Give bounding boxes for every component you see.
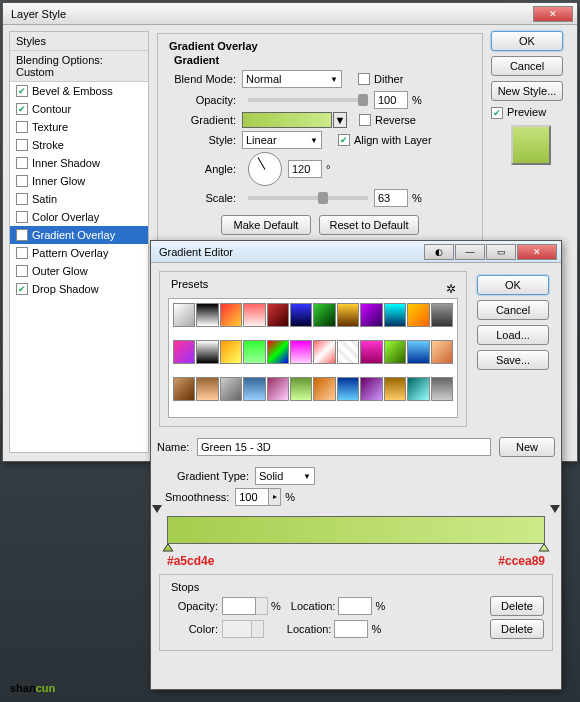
- blend-mode-select[interactable]: Normal: [242, 70, 342, 88]
- effect-checkbox[interactable]: [16, 121, 28, 133]
- ok-button[interactable]: OK: [491, 31, 563, 51]
- preset-swatch[interactable]: [337, 303, 359, 327]
- preset-swatch[interactable]: [313, 377, 335, 401]
- effect-checkbox[interactable]: [16, 85, 28, 97]
- effect-checkbox[interactable]: [16, 211, 28, 223]
- presets-menu-icon[interactable]: ✲: [446, 282, 456, 296]
- preset-swatch[interactable]: [337, 377, 359, 401]
- scale-slider[interactable]: [248, 196, 368, 200]
- help-icon[interactable]: ◐: [424, 244, 454, 260]
- preset-swatch[interactable]: [384, 303, 406, 327]
- effect-satin[interactable]: Satin: [10, 190, 148, 208]
- preset-swatch[interactable]: [220, 340, 242, 364]
- effect-texture[interactable]: Texture: [10, 118, 148, 136]
- opacity-slider[interactable]: [248, 98, 368, 102]
- effect-checkbox[interactable]: [16, 175, 28, 187]
- effect-checkbox[interactable]: [16, 283, 28, 295]
- preset-swatch[interactable]: [360, 340, 382, 364]
- preset-swatch[interactable]: [267, 303, 289, 327]
- effect-checkbox[interactable]: [16, 265, 28, 277]
- ge-ok-button[interactable]: OK: [477, 275, 549, 295]
- blending-options-header[interactable]: Blending Options: Custom: [10, 51, 148, 82]
- preset-swatch[interactable]: [431, 303, 453, 327]
- effect-checkbox[interactable]: [16, 157, 28, 169]
- ge-save-button[interactable]: Save...: [477, 350, 549, 370]
- preset-swatch[interactable]: [313, 303, 335, 327]
- effect-checkbox[interactable]: [16, 229, 28, 241]
- gradient-picker-arrow[interactable]: ▼: [333, 112, 347, 128]
- preview-checkbox[interactable]: [491, 107, 503, 119]
- styles-header[interactable]: Styles: [10, 32, 148, 51]
- gradient-type-select[interactable]: Solid: [255, 467, 315, 485]
- opacity-stop-left[interactable]: [152, 505, 162, 515]
- smoothness-input[interactable]: [235, 488, 269, 506]
- preset-swatch[interactable]: [313, 340, 335, 364]
- angle-dial[interactable]: [248, 152, 282, 186]
- ge-cancel-button[interactable]: Cancel: [477, 300, 549, 320]
- preset-swatch[interactable]: [196, 303, 218, 327]
- preset-swatch[interactable]: [243, 377, 265, 401]
- effect-checkbox[interactable]: [16, 247, 28, 259]
- preset-swatch[interactable]: [407, 303, 429, 327]
- preset-swatch[interactable]: [384, 340, 406, 364]
- scale-input[interactable]: [374, 189, 408, 207]
- smoothness-arrow[interactable]: ▸: [269, 488, 281, 506]
- preset-swatch[interactable]: [267, 377, 289, 401]
- effect-checkbox[interactable]: [16, 103, 28, 115]
- cancel-button[interactable]: Cancel: [491, 56, 563, 76]
- preset-swatch[interactable]: [243, 303, 265, 327]
- gradient-preview[interactable]: [242, 112, 332, 128]
- gradient-editor-titlebar[interactable]: Gradient Editor ◐ — ▭ ✕: [151, 241, 561, 263]
- color-stop-left[interactable]: [163, 544, 173, 554]
- minimize-icon[interactable]: —: [455, 244, 485, 260]
- effect-inner-glow[interactable]: Inner Glow: [10, 172, 148, 190]
- preset-swatch[interactable]: [220, 303, 242, 327]
- preset-swatch[interactable]: [431, 340, 453, 364]
- effect-color-overlay[interactable]: Color Overlay: [10, 208, 148, 226]
- preset-swatch[interactable]: [290, 340, 312, 364]
- effect-drop-shadow[interactable]: Drop Shadow: [10, 280, 148, 298]
- preset-swatch[interactable]: [196, 377, 218, 401]
- opacity-stop-right[interactable]: [550, 505, 560, 515]
- maximize-icon[interactable]: ▭: [486, 244, 516, 260]
- effect-pattern-overlay[interactable]: Pattern Overlay: [10, 244, 148, 262]
- preset-swatch[interactable]: [384, 377, 406, 401]
- reverse-checkbox[interactable]: [359, 114, 371, 126]
- opacity-input[interactable]: [374, 91, 408, 109]
- angle-input[interactable]: [288, 160, 322, 178]
- preset-swatch[interactable]: [243, 340, 265, 364]
- close-icon[interactable]: ✕: [533, 6, 573, 22]
- effect-outer-glow[interactable]: Outer Glow: [10, 262, 148, 280]
- preset-swatch[interactable]: [360, 377, 382, 401]
- effect-contour[interactable]: Contour: [10, 100, 148, 118]
- ge-load-button[interactable]: Load...: [477, 325, 549, 345]
- effect-gradient-overlay[interactable]: Gradient Overlay: [10, 226, 148, 244]
- preset-swatch[interactable]: [267, 340, 289, 364]
- preset-swatch[interactable]: [290, 303, 312, 327]
- effect-checkbox[interactable]: [16, 139, 28, 151]
- preset-swatch[interactable]: [173, 377, 195, 401]
- effect-inner-shadow[interactable]: Inner Shadow: [10, 154, 148, 172]
- new-gradient-button[interactable]: New: [499, 437, 555, 457]
- preset-swatch[interactable]: [220, 377, 242, 401]
- effect-stroke[interactable]: Stroke: [10, 136, 148, 154]
- make-default-button[interactable]: Make Default: [221, 215, 311, 235]
- preset-swatch[interactable]: [173, 340, 195, 364]
- effect-checkbox[interactable]: [16, 193, 28, 205]
- preset-swatch[interactable]: [360, 303, 382, 327]
- align-checkbox[interactable]: [338, 134, 350, 146]
- preset-swatch[interactable]: [173, 303, 195, 327]
- preset-swatch[interactable]: [431, 377, 453, 401]
- name-input[interactable]: [197, 438, 491, 456]
- dither-checkbox[interactable]: [358, 73, 370, 85]
- new-style-button[interactable]: New Style...: [491, 81, 563, 101]
- preset-swatch[interactable]: [407, 340, 429, 364]
- color-stop-right[interactable]: [539, 544, 549, 554]
- gradient-bar[interactable]: [167, 516, 545, 544]
- reset-default-button[interactable]: Reset to Default: [319, 215, 419, 235]
- preset-swatch[interactable]: [337, 340, 359, 364]
- style-select[interactable]: Linear: [242, 131, 322, 149]
- effect-bevel-emboss[interactable]: Bevel & Emboss: [10, 82, 148, 100]
- preset-swatch[interactable]: [290, 377, 312, 401]
- preset-swatch[interactable]: [196, 340, 218, 364]
